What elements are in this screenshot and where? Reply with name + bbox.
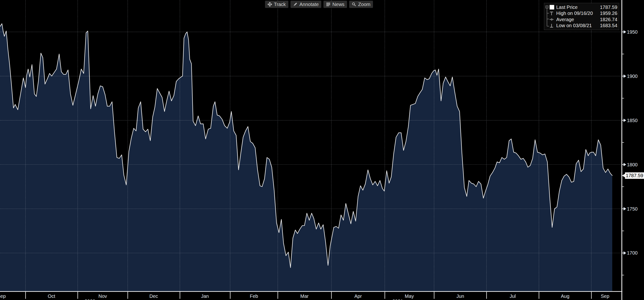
- x-axis-tick: [278, 292, 278, 299]
- y-axis-minor-tick: [622, 275, 624, 275]
- last-price-flag: 1787.59: [625, 172, 644, 179]
- y-axis-minor-tick: [622, 186, 624, 187]
- legend-label: High on 09/16/20: [556, 10, 600, 16]
- y-axis-tick-arrow-icon: [624, 163, 626, 166]
- news-lines-icon: [326, 2, 330, 6]
- price-area-fill: [0, 24, 612, 291]
- x-axis-tick: [539, 292, 539, 299]
- x-axis-tick: [230, 292, 230, 299]
- annotate-button[interactable]: Annotate: [290, 1, 321, 8]
- y-axis-tick-arrow-icon: [624, 74, 626, 78]
- y-axis-tick: [622, 164, 624, 165]
- x-axis-tick: [180, 292, 180, 299]
- chart-legend: Last Price 1787.59 High on 09/16/20 1959…: [544, 3, 619, 30]
- zoom-button[interactable]: Zoom: [349, 1, 373, 8]
- legend-item-low[interactable]: Low on 03/08/21 1683.54: [550, 23, 617, 28]
- annotate-button-label: Annotate: [300, 2, 319, 7]
- y-axis-tick: [622, 120, 624, 120]
- x-axis-tick: [25, 292, 26, 299]
- legend-item-high[interactable]: High on 09/16/20 1959.26: [550, 10, 617, 16]
- y-axis-tick-arrow-icon: [624, 30, 626, 34]
- track-move-icon: [268, 2, 272, 6]
- legend-value: 1683.54: [600, 23, 617, 28]
- x-axis-tick: [384, 292, 385, 299]
- last-price-swatch-icon: [550, 5, 556, 10]
- low-marker-icon: [550, 24, 556, 28]
- y-axis-tick-arrow-icon: [624, 251, 626, 254]
- legend-tree-lines: [546, 4, 550, 29]
- magnifier-icon: [352, 2, 356, 6]
- average-marker-icon: [550, 17, 556, 22]
- news-button-label: News: [332, 2, 344, 7]
- legend-value: 1826.74: [600, 17, 617, 22]
- y-axis-tick: [622, 253, 624, 253]
- annotate-pencil-icon: [293, 2, 298, 6]
- y-axis-minor-tick: [622, 54, 624, 54]
- track-button[interactable]: Track: [265, 1, 288, 8]
- x-axis-tick: [486, 292, 487, 299]
- legend-label: Average: [556, 17, 600, 22]
- legend-item-average[interactable]: Average 1826.74: [550, 16, 617, 22]
- legend-value: 1959.26: [600, 10, 617, 16]
- legend-label: Low on 03/08/21: [556, 23, 600, 28]
- last-price-flag-value: 1787.59: [626, 173, 643, 178]
- y-axis-tick-arrow-icon: [624, 207, 626, 210]
- y-axis-tick: [622, 32, 624, 32]
- y-axis-minor-tick: [622, 98, 624, 98]
- zoom-button-label: Zoom: [358, 2, 370, 7]
- x-axis-tick: [591, 292, 592, 299]
- high-marker-icon: [550, 11, 556, 16]
- last-price-flag-arrow-icon: [622, 174, 625, 178]
- y-axis-tick: [622, 76, 624, 76]
- legend-value: 1787.59: [600, 4, 617, 10]
- y-axis-minor-tick: [622, 142, 624, 143]
- y-axis-line: [622, 0, 622, 300]
- x-axis-tick: [434, 292, 434, 299]
- y-axis-minor-tick: [622, 230, 624, 231]
- x-axis-line: [0, 291, 622, 292]
- x-axis-tick: [78, 292, 78, 299]
- x-axis-tick: [331, 292, 332, 299]
- y-axis-tick-arrow-icon: [624, 119, 626, 122]
- legend-label: Last Price: [556, 4, 600, 10]
- bloomberg-chart-screen: { "toolbar": { "buttons": [ {"id":"track…: [0, 0, 644, 300]
- x-axis-tick: [128, 292, 128, 299]
- price-chart-plot[interactable]: [0, 0, 644, 300]
- legend-item-last-price[interactable]: Last Price 1787.59: [550, 4, 617, 10]
- news-button[interactable]: News: [324, 1, 347, 8]
- y-axis-tick: [622, 208, 624, 209]
- track-button-label: Track: [274, 2, 286, 7]
- chart-toolbar: Track Annotate News Zoom: [265, 1, 373, 8]
